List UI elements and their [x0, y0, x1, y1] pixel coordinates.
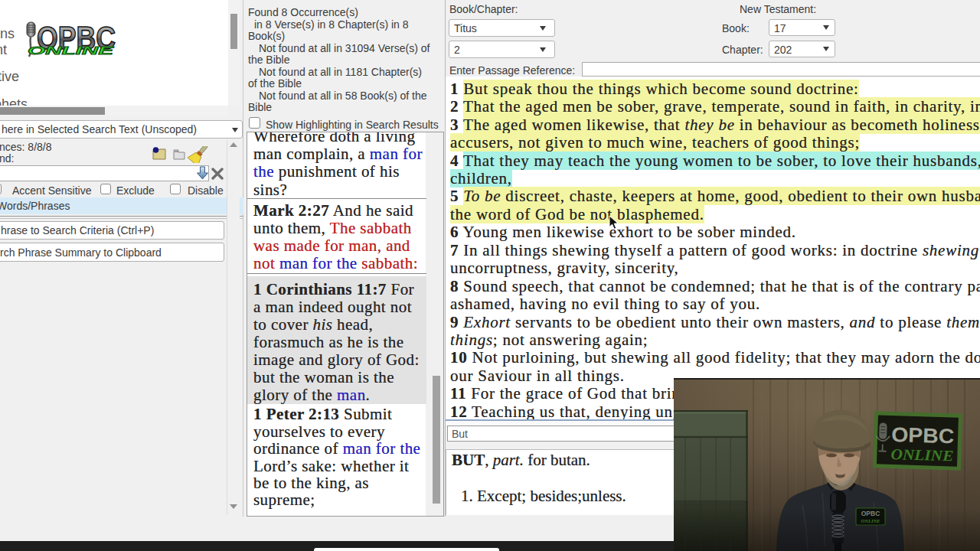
svg-text:OPBC: OPBC	[891, 423, 955, 448]
svg-text:ONLINE: ONLINE	[890, 445, 954, 465]
svg-text:ONLINE: ONLINE	[28, 44, 115, 57]
